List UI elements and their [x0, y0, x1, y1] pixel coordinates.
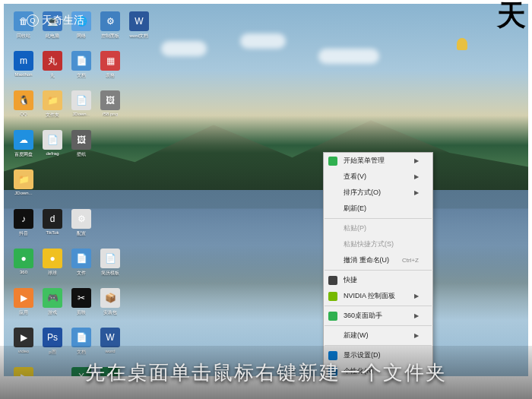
- top-right-char: 天: [497, 0, 526, 35]
- menu-item[interactable]: 快捷: [324, 272, 432, 288]
- app-icon: ⚙: [100, 11, 120, 31]
- menu-item-icon: [328, 276, 337, 285]
- menu-item: 粘贴快捷方式(S): [324, 236, 432, 252]
- menu-shortcut: Ctrl+Z: [402, 257, 419, 264]
- subtitle-bar: 先在桌面单击鼠标右键新建一个文件夹: [0, 346, 532, 399]
- icon-label: 配置: [77, 230, 86, 237]
- icon-label: TikTok: [46, 230, 59, 235]
- menu-item[interactable]: 撤消 重命名(U)Ctrl+Z: [324, 252, 432, 268]
- app-icon: ✂: [71, 288, 91, 308]
- desktop-icon[interactable]: ✂剪映: [68, 288, 95, 326]
- app-icon: 🎮: [43, 288, 62, 308]
- watermark-text: 天奇生活: [42, 14, 84, 27]
- menu-item[interactable]: 排序方式(O)▶: [324, 185, 432, 201]
- desktop-icon[interactable]: ▶应用: [10, 288, 37, 326]
- icon-label: 表格: [106, 72, 115, 79]
- desktop-icon[interactable]: mMaxthon: [10, 51, 37, 89]
- app-icon: ▶: [14, 328, 33, 347]
- icon-label: 应用: [19, 309, 28, 316]
- submenu-arrow-icon: ▶: [414, 173, 419, 180]
- icon-label: 文档: [77, 72, 86, 79]
- icon-label: 文件: [77, 270, 86, 277]
- menu-item-label: 排序方式(O): [344, 188, 381, 198]
- submenu-arrow-icon: ▶: [414, 312, 419, 319]
- desktop-icon[interactable]: 📄JDown...: [68, 90, 95, 128]
- desktop-icon[interactable]: ♪抖音: [10, 209, 37, 247]
- desktop-icon[interactable]: 📄defrag: [39, 130, 66, 168]
- app-icon: ▶: [14, 288, 33, 308]
- app-icon: ▦: [100, 51, 120, 71]
- app-icon: m: [14, 51, 33, 71]
- icon-label: 球球: [48, 270, 57, 277]
- desktop-icon[interactable]: 🖼f58.png: [97, 90, 124, 128]
- menu-item-icon: [328, 157, 337, 166]
- app-icon: ☁: [14, 130, 33, 150]
- submenu-arrow-icon: ▶: [414, 157, 419, 164]
- desktop-icon[interactable]: 📄文件: [68, 249, 95, 287]
- desktop-icon[interactable]: 📁JDown...: [10, 169, 37, 207]
- menu-item[interactable]: 新建(W)▶: [324, 328, 432, 344]
- menu-item-label: 快捷: [344, 275, 357, 285]
- app-icon: 📁: [14, 169, 33, 189]
- menu-item-label: 粘贴快捷方式(S): [344, 239, 394, 249]
- icon-label: 抖音: [19, 230, 28, 237]
- menu-item-label: 刷新(E): [344, 204, 366, 214]
- menu-item[interactable]: 开始菜单管理▶: [324, 153, 432, 169]
- desktop-icon[interactable]: 丸丸: [39, 51, 66, 89]
- menu-item-label: 新建(W): [344, 331, 369, 340]
- app-icon: 📄: [43, 130, 62, 150]
- cloud-decoration: [161, 41, 207, 56]
- desktop-icon[interactable]: 🖼壁纸: [68, 130, 95, 168]
- icon-label: JDown...: [14, 191, 32, 195]
- cloud-decoration: [240, 33, 286, 49]
- app-icon: Ps: [43, 328, 62, 347]
- menu-item-label: 360桌面助手: [344, 311, 382, 321]
- submenu-arrow-icon: ▶: [414, 189, 419, 196]
- app-icon: 📁: [43, 90, 62, 110]
- desktop-icon[interactable]: ●球球: [39, 249, 66, 287]
- desktop-wallpaper[interactable]: 🗑回收站💻此电脑🌐网络⚙控制面板Wword文档mMaxthon丸丸📄文档▦表格🐧…: [4, 4, 528, 376]
- desktop-icon-grid: 🗑回收站💻此电脑🌐网络⚙控制面板Wword文档mMaxthon丸丸📄文档▦表格🐧…: [10, 11, 153, 376]
- menu-separator: [325, 270, 432, 271]
- context-menu: 开始菜单管理▶查看(V)▶排序方式(O)▶刷新(E)粘贴(P)粘贴快捷方式(S)…: [323, 152, 433, 376]
- desktop-icon[interactable]: 📁文件夹: [39, 90, 66, 128]
- desktop-icon[interactable]: 📦安装包: [97, 288, 124, 326]
- icon-label: defrag: [46, 151, 59, 156]
- menu-item[interactable]: NVIDIA 控制面板▶: [324, 288, 432, 304]
- desktop-icon[interactable]: ▦表格: [97, 51, 124, 89]
- menu-item[interactable]: 刷新(E): [324, 201, 432, 217]
- desktop-icon[interactable]: 🐧QQ: [10, 90, 37, 128]
- desktop-icon[interactable]: 📄文档: [68, 51, 95, 89]
- icon-label: 360: [20, 270, 27, 274]
- desktop-icon[interactable]: Wword文档: [125, 11, 153, 49]
- menu-item[interactable]: 360桌面助手▶: [324, 308, 432, 324]
- menu-item[interactable]: 查看(V)▶: [324, 169, 432, 185]
- icon-label: 网络: [77, 33, 86, 40]
- app-icon: ●: [43, 249, 62, 268]
- desktop-icon[interactable]: ⚙配置: [68, 209, 95, 247]
- desktop-icon[interactable]: ☁百度网盘: [10, 130, 37, 168]
- desktop-icon[interactable]: dTikTok: [39, 209, 66, 247]
- app-icon: 📄: [71, 51, 91, 71]
- desktop-icon[interactable]: 🎮游戏: [39, 288, 66, 326]
- app-icon: 📄: [71, 90, 91, 110]
- icon-label: 简历模板: [101, 270, 119, 277]
- app-icon: W: [100, 328, 120, 347]
- icon-label: Maxthon: [14, 72, 32, 77]
- desktop-icon[interactable]: 📄简历模板: [97, 249, 124, 287]
- app-icon: W: [129, 11, 149, 31]
- menu-item: 粘贴(P): [324, 220, 432, 236]
- desktop-icon[interactable]: ⚙控制面板: [97, 11, 124, 49]
- icon-label: QQ: [20, 112, 27, 116]
- app-icon: 🖼: [100, 90, 120, 110]
- desktop-icon[interactable]: ●360: [10, 249, 37, 287]
- app-icon: 📄: [71, 328, 91, 347]
- app-icon: ⚙: [71, 209, 91, 229]
- menu-separator: [325, 306, 432, 306]
- submenu-arrow-icon: ▶: [414, 293, 419, 299]
- icon-label: 丸: [50, 72, 55, 79]
- cloud-decoration: [318, 49, 379, 64]
- icon-label: f58.png: [103, 112, 118, 116]
- submenu-arrow-icon: ▶: [414, 332, 419, 339]
- app-icon: 🖼: [71, 130, 91, 150]
